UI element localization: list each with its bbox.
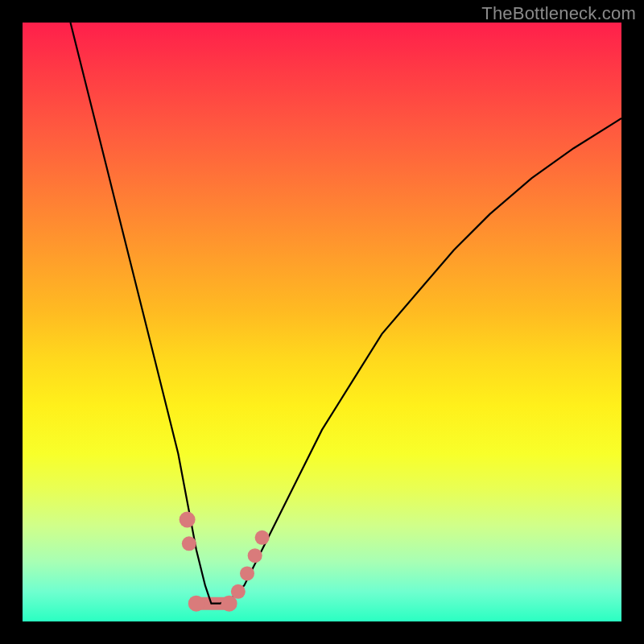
chart-frame: TheBottleneck.com xyxy=(0,0,644,644)
right-rise-1 xyxy=(231,584,246,599)
left-dot-lower xyxy=(182,536,196,551)
plot-area xyxy=(23,23,621,621)
watermark-text: TheBottleneck.com xyxy=(481,3,636,24)
right-rise-3 xyxy=(248,548,262,563)
right-rise-4 xyxy=(255,530,270,545)
left-dot-upper xyxy=(180,512,196,528)
valley-left-end xyxy=(188,596,204,612)
v-curve xyxy=(71,23,622,604)
right-rise-2 xyxy=(240,566,254,580)
chart-svg xyxy=(23,23,621,621)
